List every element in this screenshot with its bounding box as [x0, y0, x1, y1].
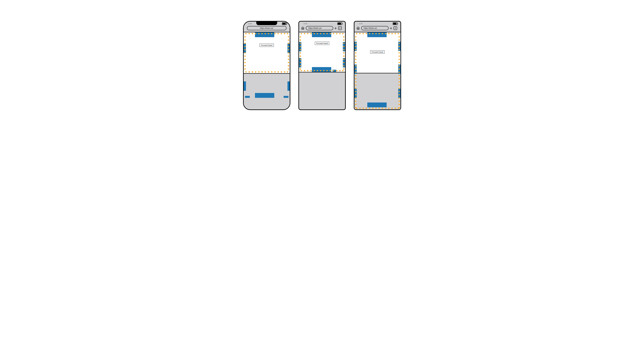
virtual-keyboard	[299, 72, 345, 110]
battery-icon	[337, 22, 342, 25]
fixed-bottom-left	[245, 96, 250, 98]
url-field[interactable]: https://bram.us/	[306, 26, 333, 30]
fixed-top-center	[367, 32, 387, 37]
fixed-bottom-right	[284, 96, 288, 98]
input-value: Focused Input	[316, 42, 328, 44]
new-tab-icon[interactable]: +	[390, 27, 392, 29]
clock: 11:45	[304, 23, 307, 24]
fixed-bottom-center	[312, 67, 331, 72]
battery-icon	[282, 22, 287, 25]
fixed-left-3	[354, 89, 357, 98]
visual-viewport: Focused Input	[299, 32, 345, 72]
status-bar: 11:45	[299, 21, 345, 25]
virtual-keyboard	[244, 74, 290, 109]
visual-viewport: Focused Input	[244, 32, 290, 73]
tab-count[interactable]: 5	[394, 26, 397, 30]
input-value: Focused Input	[372, 51, 383, 53]
fixed-top-center	[255, 32, 274, 37]
address-bar: https://bram.us/	[244, 25, 290, 32]
device-android-resize: 11:45 https://bram.us/ + 5	[298, 21, 346, 110]
fixed-right	[343, 42, 345, 51]
clock: 11:45	[359, 23, 363, 24]
browser-chrome: 11:45 https://bram.us/ + 5	[299, 21, 345, 32]
address-bar: https://bram.us/ + 5	[354, 25, 400, 32]
fixed-left	[244, 44, 246, 53]
fixed-left-overflow	[244, 81, 246, 91]
diagram-stage: 11:45 https://bram.us/	[0, 0, 644, 131]
input-value: Focused Input	[261, 44, 272, 46]
address-bar: https://bram.us/ + 5	[299, 25, 345, 32]
battery-icon	[393, 22, 398, 25]
fixed-right-2	[398, 64, 400, 74]
fixed-bottom-center	[255, 93, 274, 98]
fixed-bottom-extra	[332, 70, 336, 72]
new-tab-icon[interactable]: +	[334, 27, 337, 29]
fixed-left-1	[354, 42, 357, 51]
home-icon[interactable]	[301, 26, 304, 30]
focused-input[interactable]: Focused Input	[260, 44, 274, 47]
device-android-no-resize: 11:45 https://bram.us/ + 5	[354, 21, 401, 110]
text-caret	[328, 42, 328, 44]
tab-count[interactable]: 5	[338, 26, 342, 30]
fixed-right-2	[343, 58, 345, 67]
fixed-right	[288, 44, 290, 53]
status-bar: 11:45	[354, 21, 400, 25]
icb-outline	[299, 32, 345, 72]
fixed-top-center	[312, 32, 331, 37]
focused-input[interactable]: Focused Input	[370, 50, 385, 53]
browser-chrome: 11:45 https://bram.us/ + 5	[354, 21, 400, 32]
fixed-left	[299, 42, 301, 51]
url-field[interactable]: https://bram.us/	[247, 26, 286, 30]
layout-viewport: Focused Input	[354, 32, 400, 110]
url-field[interactable]: https://bram.us/	[361, 26, 388, 30]
device-ios: 11:45 https://bram.us/	[243, 21, 290, 110]
home-icon[interactable]	[356, 26, 360, 30]
fixed-left-2	[299, 58, 301, 67]
fixed-right-1	[398, 42, 400, 51]
fixed-bottom-center	[367, 102, 387, 107]
icb-outline	[244, 32, 290, 73]
fixed-right-overflow	[288, 81, 290, 91]
fixed-left-2	[354, 64, 357, 74]
notch	[256, 21, 277, 25]
fixed-right-3	[398, 89, 400, 98]
focused-input[interactable]: Focused Input	[315, 42, 329, 45]
clock: 11:45	[248, 23, 252, 24]
